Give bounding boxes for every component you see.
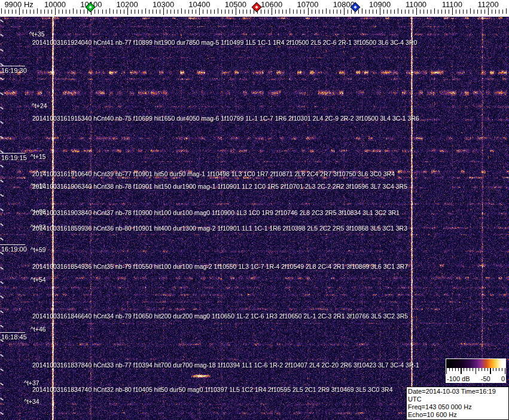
- freq-tick-label: 11100: [442, 0, 462, 9]
- ruler-tick: [225, 10, 225, 14]
- ruler-tick: [142, 10, 142, 14]
- ruler-tick: [502, 10, 503, 14]
- freq-tick-label: 10600: [261, 0, 282, 9]
- time-label: 16:18:45: [1, 333, 27, 341]
- ruler-tick: [228, 10, 229, 14]
- ruler-tick: [80, 10, 81, 14]
- ruler-tick: [286, 10, 286, 14]
- ruler-tick: [492, 10, 492, 14]
- ruler-tick: [138, 10, 139, 14]
- timeline-tick: [0, 19, 4, 22]
- color-scale-labels: -100 dB -50 0: [447, 375, 505, 383]
- ruler-tick: [5, 10, 5, 14]
- ruler-tick: [391, 10, 391, 14]
- ruler-tick: [474, 10, 474, 14]
- event-marker: ^t+46: [31, 326, 46, 333]
- ruler-tick: [312, 10, 312, 14]
- time-label: 16:19:15: [1, 154, 27, 162]
- ruler-tick: [16, 10, 16, 14]
- timeline-tick: [0, 412, 4, 415]
- event-marker: ^t+24: [32, 102, 47, 110]
- ruler-tick: [30, 10, 31, 14]
- ruler-tick: [214, 10, 215, 14]
- ruler-tick: [98, 10, 99, 14]
- event-marker: ^t+54: [31, 276, 46, 284]
- color-gradient-bar: [446, 359, 505, 368]
- timeline-tick: [0, 383, 4, 386]
- ruler-tick: [69, 10, 70, 14]
- date-time-line: Date=2014-10-03 Time=16:19 UTC: [408, 388, 507, 403]
- ruler-tick: [297, 10, 297, 14]
- ruler-tick: [351, 10, 352, 14]
- detection-line: 20141003161846640 hCnt34 nb-79 f10650 hi…: [32, 312, 408, 320]
- ruler-tick: [66, 10, 66, 14]
- ruler-tick: [423, 10, 424, 14]
- ruler-tick: [383, 10, 384, 14]
- ruler-tick: [181, 8, 182, 14]
- ruler-tick: [203, 10, 203, 14]
- ruler-tick: [365, 10, 366, 14]
- timeline-tick: [0, 397, 4, 400]
- timeline-tick: [0, 223, 4, 226]
- ruler-tick: [434, 8, 435, 14]
- ruler-tick: [218, 8, 218, 14]
- ruler-tick: [373, 10, 373, 14]
- ruler-tick: [145, 8, 146, 14]
- ruler-tick: [59, 10, 59, 14]
- ruler-tick: [438, 10, 438, 14]
- freq-line: Freq=143 050 000 Hz: [408, 403, 507, 411]
- ruler-tick: [456, 10, 456, 14]
- waterfall-overlay: 16:19:3016:19:1516:19:0016:18:45^t+35^t+…: [0, 0, 509, 420]
- ruler-tick: [250, 10, 251, 14]
- ruler-tick: [51, 10, 52, 14]
- blue-marker-core: [353, 5, 357, 9]
- ruler-tick: [153, 10, 153, 14]
- detection-line: 20141003161903840 hCnt37 nb-78 f10900 hi…: [32, 209, 400, 217]
- event-marker: ^t+35: [29, 30, 45, 38]
- timeline-tick: [0, 209, 4, 211]
- timeline-tick: [0, 136, 4, 139]
- color-scale-ticks: [446, 368, 505, 374]
- timeline-tick: [0, 92, 4, 95]
- ruler-tick: [348, 10, 348, 14]
- ruler-tick: [207, 10, 208, 14]
- timeline-tick: [0, 78, 4, 81]
- ruler-tick: [337, 10, 337, 14]
- ruler-tick: [26, 10, 27, 14]
- freq-tick-label: 10300: [153, 0, 174, 9]
- ruler-tick: [358, 10, 359, 14]
- ruler-tick: [170, 10, 171, 14]
- ruler-tick: [300, 10, 301, 14]
- ruler-tick: [77, 10, 77, 14]
- event-marker: ^t+59: [31, 246, 46, 254]
- detection-line: 20141003161915340 hCnt40 nb-75 f10699 hi…: [32, 115, 419, 122]
- ruler-tick: [178, 10, 178, 14]
- timeline-tick: [0, 354, 4, 357]
- ruler-tick: [441, 10, 442, 14]
- ruler-tick: [131, 10, 132, 14]
- ruler-tick: [232, 10, 233, 14]
- timeline-tick: [0, 310, 4, 313]
- ruler-tick: [23, 10, 23, 14]
- status-info-box: Date=2014-10-03 Time=16:19 UTC Freq=143 …: [406, 387, 509, 420]
- ruler-tick: [387, 10, 388, 14]
- ruler-tick: [293, 10, 294, 14]
- detection-line: 20141003161834740 hCnt32 nb-80 f10405 hi…: [32, 386, 393, 394]
- timeline-tick: [0, 368, 4, 371]
- ruler-tick: [62, 10, 63, 14]
- ruler-tick: [156, 10, 157, 14]
- detection-line: 20141003161859936 hCnt36 nb-80 f10901 hi…: [32, 225, 407, 232]
- ruler-tick: [326, 8, 327, 14]
- ruler-tick: [477, 10, 478, 14]
- ruler-tick: [463, 10, 464, 14]
- freq-tick-label: 10000: [44, 0, 66, 9]
- timeline-tick: [0, 106, 4, 109]
- ruler-tick: [330, 10, 330, 14]
- ruler-tick: [467, 10, 467, 14]
- ruler-tick: [188, 10, 189, 14]
- timeline-tick: [0, 266, 4, 269]
- ruler-tick: [495, 10, 496, 14]
- ruler-tick: [102, 10, 103, 14]
- freq-tick-label: 10400: [188, 0, 210, 9]
- ruler-tick: [106, 10, 106, 14]
